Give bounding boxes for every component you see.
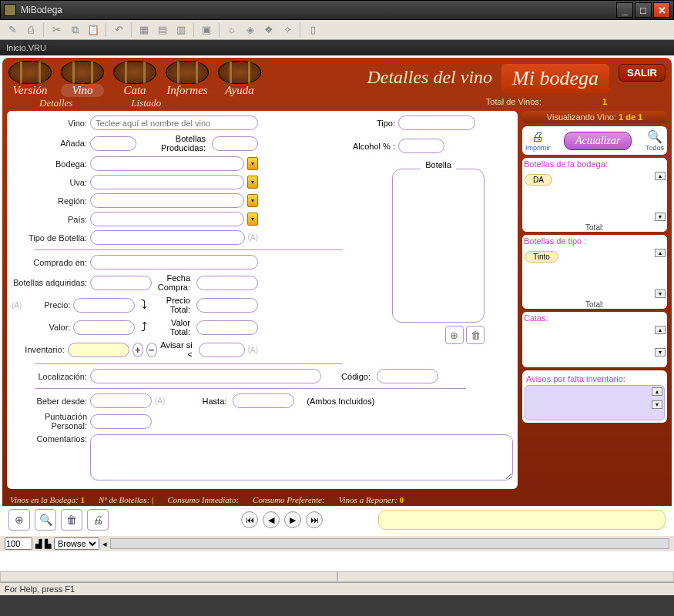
region-dd-icon[interactable]: ▾: [247, 194, 258, 207]
tool-d-icon[interactable]: ▣: [199, 22, 214, 38]
fecha-input[interactable]: [196, 276, 258, 290]
scroll-dn2-icon[interactable]: ▾: [655, 290, 666, 298]
scroll-dn4-icon[interactable]: ▾: [652, 400, 662, 409]
tag-da[interactable]: DA: [525, 174, 552, 186]
nav-prev-icon[interactable]: ◀: [263, 511, 280, 528]
tool-e-icon[interactable]: ☼: [224, 22, 240, 38]
zoom-icon2[interactable]: ▙: [45, 539, 51, 549]
zoom-icon1[interactable]: ▟: [35, 539, 42, 549]
search-all-icon[interactable]: 🔍: [645, 129, 664, 144]
scroll-dn-icon[interactable]: ▾: [655, 213, 666, 221]
loc-input[interactable]: [90, 369, 321, 383]
region-input[interactable]: [90, 193, 244, 208]
tool-cut-icon[interactable]: ✂: [49, 22, 64, 38]
botella-add-icon[interactable]: ⊕: [445, 326, 464, 344]
close-button[interactable]: ✕: [653, 2, 670, 18]
search-icon[interactable]: 🔍: [35, 509, 56, 531]
trash-icon[interactable]: 🗑: [61, 509, 82, 531]
tool-undo-icon[interactable]: ↶: [111, 22, 126, 38]
nav-ayuda[interactable]: Ayuda: [218, 61, 261, 97]
bodega-input[interactable]: [90, 156, 244, 171]
actualizar-button[interactable]: Actualizar: [564, 132, 632, 150]
hscroll-left-icon[interactable]: ◂: [102, 539, 107, 549]
hasta-input[interactable]: [233, 393, 294, 408]
codigo-input[interactable]: [377, 369, 438, 383]
inv-plus-button[interactable]: +: [132, 343, 143, 357]
punt-input[interactable]: [90, 414, 152, 429]
lbl-beber: Beber desde:: [12, 397, 87, 406]
pais-input[interactable]: [90, 212, 244, 226]
comentarios-input[interactable]: [90, 434, 513, 480]
tool-f-icon[interactable]: ◈: [243, 22, 258, 38]
nav-cata[interactable]: Cata: [113, 61, 156, 97]
side-avisos-body: ▴▾: [525, 385, 665, 420]
bodega-dd-icon[interactable]: ▾: [247, 157, 258, 170]
nav-first-icon[interactable]: ⏮: [241, 511, 258, 528]
beber-input[interactable]: [90, 393, 152, 408]
window-title: MiBodega: [21, 5, 615, 15]
tool-h-icon[interactable]: ✧: [280, 22, 295, 38]
lbl-uva: Uva:: [12, 178, 87, 187]
mode-select[interactable]: Browse: [54, 537, 99, 550]
tool-new-icon[interactable]: ✎: [5, 22, 20, 38]
botella-del-icon[interactable]: 🗑: [466, 326, 485, 344]
botprod-input[interactable]: [212, 136, 258, 151]
nav-next-icon[interactable]: ▶: [284, 511, 301, 528]
valor-input[interactable]: [73, 320, 135, 335]
inv-input[interactable]: [68, 343, 129, 357]
uva-input[interactable]: [90, 175, 244, 189]
subnav-listado[interactable]: Listado: [131, 97, 161, 109]
scroll-dn3-icon[interactable]: ▾: [655, 348, 666, 357]
scroll-up4-icon[interactable]: ▴: [652, 387, 662, 396]
alcohol-input[interactable]: [398, 139, 444, 153]
nav-informes[interactable]: Informes: [166, 61, 209, 97]
tipo-input[interactable]: [398, 116, 475, 130]
nav-vino[interactable]: Vino: [61, 61, 104, 97]
print2-icon[interactable]: 🖨: [87, 509, 109, 531]
tag-tinto[interactable]: Tinto: [525, 251, 558, 263]
tipobotella-input[interactable]: [90, 230, 245, 245]
zoom-bar: ▟ ▙ Browse ◂: [0, 536, 674, 551]
scroll-up-icon[interactable]: ▴: [655, 172, 666, 180]
vino-input[interactable]: [90, 116, 258, 130]
tool-i-icon[interactable]: ▯: [305, 22, 320, 38]
scroll-up2-icon[interactable]: ▴: [655, 249, 666, 257]
uva-dd-icon[interactable]: ▾: [247, 176, 258, 189]
tool-copy-icon[interactable]: ⧉: [67, 22, 82, 38]
split-bars[interactable]: [0, 571, 674, 582]
precio-input[interactable]: [73, 298, 135, 313]
nav-last-icon[interactable]: ⏭: [306, 511, 323, 528]
tool-b-icon[interactable]: ▤: [155, 22, 170, 38]
form-panel: Vino: Añada:Botellas Producidas: Bodega:…: [7, 111, 518, 489]
side-bottipo-body: Tinto ▴▾ Total:: [522, 247, 667, 309]
minimize-button[interactable]: _: [616, 2, 633, 18]
tool-g-icon[interactable]: ❖: [261, 22, 277, 38]
lbl-region: Región:: [12, 196, 87, 206]
valortot-input[interactable]: [196, 320, 258, 335]
nav-version[interactable]: Versión: [8, 61, 52, 97]
nav-row: Versión Vino Cata Informes Ayuda Detalle…: [2, 58, 672, 97]
inv-minus-button[interactable]: −: [146, 343, 157, 357]
subnav-detalles[interactable]: Detalles: [39, 97, 72, 109]
pais-dd-icon[interactable]: ▾: [247, 213, 258, 226]
preciotot-input[interactable]: [196, 298, 258, 313]
tool-paste-icon[interactable]: 📋: [86, 22, 101, 38]
tool-c-icon[interactable]: ▥: [173, 22, 189, 38]
exit-button[interactable]: SALIR: [619, 64, 666, 82]
lbl-precio: Precio:: [25, 300, 70, 310]
lbl-codigo: Código:: [324, 372, 374, 381]
anada-input[interactable]: [90, 136, 136, 151]
add-rec-icon[interactable]: ⊕: [8, 509, 30, 531]
print-icon[interactable]: 🖨: [525, 130, 551, 144]
avisar-input[interactable]: [199, 343, 245, 357]
tool-save-icon[interactable]: ⎙: [23, 22, 39, 38]
tool-a-icon[interactable]: ▦: [136, 22, 152, 38]
sub-nav: Detalles Listado Total de Vinos: 1: [2, 97, 672, 111]
hscroll-track[interactable]: [110, 538, 669, 549]
maximize-button[interactable]: □: [635, 2, 652, 18]
zoom-input[interactable]: [5, 537, 32, 550]
scroll-up3-icon[interactable]: ▴: [655, 326, 666, 334]
comprado-input[interactable]: [90, 255, 258, 270]
app-panel: Versión Vino Cata Informes Ayuda Detalle…: [2, 58, 672, 534]
botadq-input[interactable]: [90, 276, 152, 290]
